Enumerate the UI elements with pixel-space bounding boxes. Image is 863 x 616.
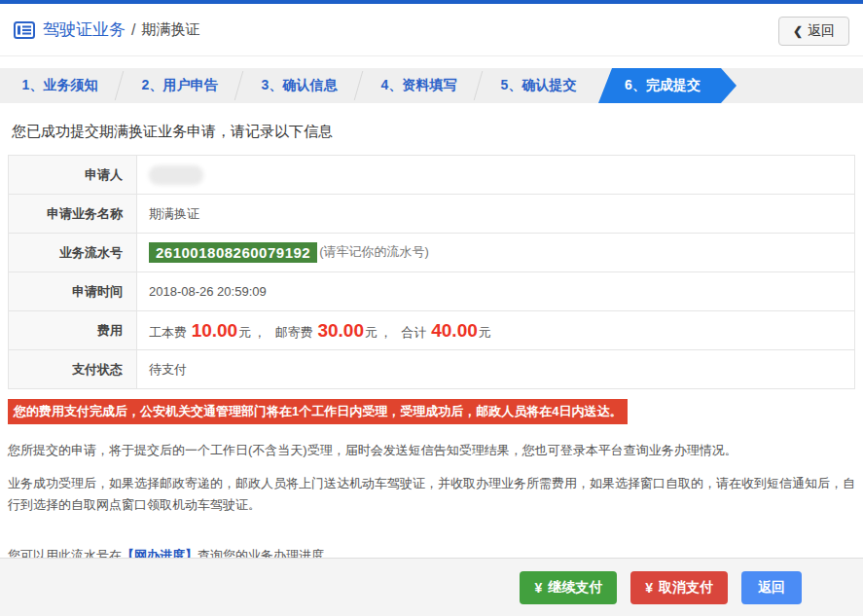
cancel-pay-button[interactable]: ¥ 取消支付 (630, 571, 728, 604)
redacted-name (149, 165, 203, 185)
pay-status-value: 待支付 (137, 350, 855, 389)
table-row-pay-status: 支付状态 待支付 (9, 350, 855, 389)
fee-part-amount: 10.00 (192, 320, 238, 341)
breadcrumb-current: 期满换证 (141, 20, 199, 39)
step-1-notice: 1、业务须知 (0, 68, 120, 103)
table-row-fee: 费用 工本费 10.00元， 邮寄费 30.00元， 合计 40.00元 (9, 311, 855, 350)
page-header: 驾驶证业务 / 期满换证 ❮ 返回 (0, 4, 863, 56)
progress-link[interactable]: 【网办进度】 (122, 548, 198, 558)
progress-hint-prefix: 您可以用此流水号在 (8, 548, 122, 558)
back-button-label: 返回 (808, 22, 835, 40)
fee-separator: ， (253, 325, 266, 340)
serial-number-badge: 261001808260079192 (149, 242, 317, 263)
table-row-apply-time: 申请时间 2018-08-26 20:59:09 (9, 272, 855, 311)
form-list-icon (14, 21, 35, 39)
step-6-complete-active: 6、完成提交 (598, 68, 737, 103)
main-content: 您已成功提交期满换证业务申请，请记录以下信息 申请人 申请业务名称 期满换证 业… (0, 103, 863, 558)
table-row-serial: 业务流水号 261001808260079192(请牢记你的流水号) (9, 234, 855, 272)
cancel-pay-label: 取消支付 (659, 579, 713, 597)
continue-pay-label: 继续支付 (548, 579, 602, 597)
pay-status-label: 支付状态 (9, 350, 137, 389)
fee-part-amount: 30.00 (317, 320, 364, 341)
fee-part-name: 邮寄费 (275, 325, 313, 340)
notice-paragraph-1: 您所提交的申请，将于提交后的一个工作日(不含当天)受理，届时会发送短信告知受理结… (8, 440, 855, 461)
fee-separator: ， (379, 325, 392, 340)
fee-value: 工本费 10.00元， 邮寄费 30.00元， 合计 40.00元 (137, 311, 855, 350)
fee-part-amount: 40.00 (431, 320, 478, 341)
progress-hint-suffix: 查询您的业务办理进度。 (198, 548, 337, 558)
serial-label: 业务流水号 (9, 234, 137, 272)
apply-time-value: 2018-08-26 20:59:09 (137, 272, 855, 311)
business-name-value: 期满换证 (137, 195, 855, 234)
notice-paragraph-2: 业务成功受理后，如果选择邮政寄递的，邮政人员将上门送达机动车驾驶证，并收取办理业… (8, 473, 855, 516)
fee-part-unit: 元 (238, 325, 251, 340)
wizard-stepbar: 1、业务须知 2、用户申告 3、确认信息 4、资料填写 5、确认提交 6、完成提… (0, 68, 863, 103)
continue-pay-button[interactable]: ¥ 继续支付 (520, 571, 617, 604)
step-4-fill-data: 4、资料填写 (359, 68, 479, 103)
serial-note: (请牢记你的流水号) (319, 244, 429, 259)
fee-part-name: 合计 (402, 325, 427, 340)
applicant-label: 申请人 (9, 156, 137, 195)
page: 驾驶证业务 / 期满换证 ❮ 返回 1、业务须知 2、用户申告 3、确认信息 4… (0, 0, 863, 616)
chevron-left-icon: ❮ (793, 24, 803, 38)
back-button-top[interactable]: ❮ 返回 (778, 17, 849, 46)
progress-hint-line: 您可以用此流水号在【网办进度】查询您的业务办理进度。 (8, 545, 855, 558)
warning-banner: 您的费用支付完成后，公安机关交通管理部门将在1个工作日内受理，受理成功后，邮政人… (8, 399, 628, 424)
step-5-confirm-submit: 5、确认提交 (479, 68, 598, 103)
table-row-applicant: 申请人 (9, 156, 855, 195)
success-message: 您已成功提交期满换证业务申请，请记录以下信息 (12, 123, 855, 141)
details-table: 申请人 申请业务名称 期满换证 业务流水号 261001808260079192… (8, 155, 855, 389)
business-name-label: 申请业务名称 (9, 195, 137, 234)
fee-part-unit: 元 (479, 325, 491, 340)
fee-part-unit: 元 (365, 325, 378, 340)
step-3-confirm-info: 3、确认信息 (239, 68, 359, 103)
breadcrumb-divider: / (131, 21, 135, 39)
fee-part-name: 工本费 (149, 325, 187, 340)
fee-label: 费用 (9, 311, 137, 350)
table-row-business-name: 申请业务名称 期满换证 (9, 195, 855, 234)
back-bottom-label: 返回 (758, 579, 785, 597)
serial-value: 261001808260079192(请牢记你的流水号) (137, 234, 855, 272)
applicant-value (137, 156, 855, 195)
step-2-declare: 2、用户申告 (120, 68, 239, 103)
apply-time-label: 申请时间 (9, 272, 137, 311)
footer-bar: ¥ 继续支付 ¥ 取消支付 返回 (0, 558, 863, 616)
yuan-icon: ¥ (645, 580, 653, 596)
yuan-icon: ¥ (534, 580, 542, 596)
page-title: 驾驶证业务 (43, 18, 126, 41)
back-button-bottom[interactable]: 返回 (741, 571, 802, 604)
